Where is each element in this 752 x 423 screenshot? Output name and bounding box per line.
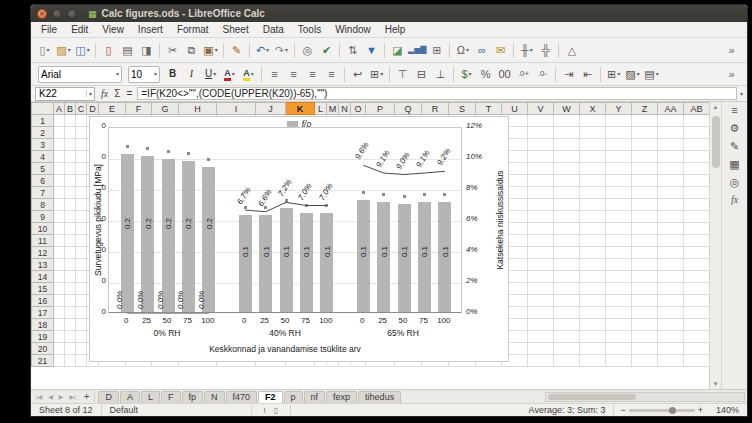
cell-W20[interactable] [554,343,580,355]
cell-V5[interactable] [528,163,554,175]
cell-Z19[interactable] [632,331,658,343]
cell-Z18[interactable] [632,319,658,331]
menu-data[interactable]: Data [256,23,291,36]
cell-Z5[interactable] [632,163,658,175]
cell-Y18[interactable] [606,319,632,331]
cell-Z15[interactable] [632,283,658,295]
cell-A10[interactable] [54,223,65,235]
font-name-combo[interactable]: ▾ [38,66,122,83]
column-header-H[interactable]: H [179,103,217,115]
cell-Y9[interactable] [606,211,632,223]
chevron-down-icon[interactable]: ▾ [213,71,216,77]
prev-sheet-button[interactable]: ◀ [45,393,56,400]
row-header-16[interactable]: 16 [32,295,54,307]
cell-B16[interactable] [65,295,76,307]
paste[interactable]: ▣▾ [202,41,219,59]
first-sheet-button[interactable]: |◀ [33,393,45,400]
horizontal-scrollbar-thumb[interactable] [548,394,636,400]
row-header-3[interactable]: 3 [32,139,54,151]
chevron-down-icon[interactable]: ▾ [232,71,235,77]
open-file[interactable]: ▨▾ [55,41,72,59]
menu-tools[interactable]: Tools [291,23,328,36]
column-header-Q[interactable]: Q [395,103,422,115]
chevron-down-icon[interactable]: ▾ [469,71,472,77]
cell-AA4[interactable] [658,151,684,163]
menu-file[interactable]: File [34,23,64,36]
cell-Z10[interactable] [632,223,658,235]
functions-icon[interactable]: fx [731,195,738,205]
row-header-15[interactable]: 15 [32,283,54,295]
show-draw-functions[interactable]: △ [563,41,580,59]
cell-AA2[interactable] [658,127,684,139]
menu-view[interactable]: View [95,23,131,36]
cell-C12[interactable] [76,247,87,259]
sheet-tab-A[interactable]: A [120,391,140,403]
cell-AB21[interactable] [684,355,710,367]
cell-V6[interactable] [528,175,554,187]
cell-W5[interactable] [554,163,580,175]
cell-C17[interactable] [76,307,87,319]
column-header-R[interactable]: R [422,103,449,115]
cell-B20[interactable] [65,343,76,355]
copy[interactable]: ⧉ [183,41,200,59]
cell-Z3[interactable] [632,139,658,151]
cell-AB11[interactable] [684,235,710,247]
cell-AA6[interactable] [658,175,684,187]
cell-C21[interactable] [76,355,87,367]
borders[interactable]: ⊞▾ [605,65,622,83]
sheet-tab-f470[interactable]: f470 [226,391,258,403]
cell-Z9[interactable] [632,211,658,223]
font-size-input[interactable] [131,68,153,81]
cut[interactable]: ✂ [164,41,181,59]
cell-AB5[interactable] [684,163,710,175]
insert-chart[interactable]: ▂▅▇ [408,41,426,59]
menu-help[interactable]: Help [378,23,413,36]
styles-icon[interactable]: ✎ [730,141,739,152]
cell-B18[interactable] [65,319,76,331]
cell-AB12[interactable] [684,247,710,259]
new-document[interactable]: ▯▾ [36,41,53,59]
bar[interactable] [259,215,272,312]
cell-B5[interactable] [65,163,76,175]
merge-cells[interactable]: ⊞▾ [368,65,385,83]
chevron-down-icon[interactable]: ▾ [86,90,94,97]
cell-C11[interactable] [76,235,87,247]
row-header-1[interactable]: 1 [32,115,54,127]
column-header-AA[interactable]: AA [658,103,684,115]
cell-AA3[interactable] [658,139,684,151]
cell-Z20[interactable] [632,343,658,355]
cell-AB9[interactable] [684,211,710,223]
cell-V10[interactable] [528,223,554,235]
row-header-12[interactable]: 12 [32,247,54,259]
column-header-M[interactable]: M [327,103,339,115]
cell-AA1[interactable] [658,115,684,127]
cell-Y14[interactable] [606,271,632,283]
cell-B19[interactable] [65,331,76,343]
cell-W7[interactable] [554,187,580,199]
cell-AB3[interactable] [684,139,710,151]
cell-C1[interactable] [76,115,87,127]
column-header-G[interactable]: G [152,103,179,115]
cell-AB17[interactable] [684,307,710,319]
freeze-rows-columns[interactable]: ╫▾ [518,41,535,59]
cell-C8[interactable] [76,199,87,211]
column-header-AB[interactable]: AB [684,103,710,115]
cell-A17[interactable] [54,307,65,319]
scroll-up-icon[interactable]: ▲ [713,104,719,110]
insert-comment[interactable]: ✉ [492,41,509,59]
row-header-6[interactable]: 6 [32,175,54,187]
cell-X17[interactable] [580,307,606,319]
sheet-tab-F[interactable]: F [161,391,181,403]
cell-X18[interactable] [580,319,606,331]
zoom-handle[interactable] [669,407,676,414]
cell-A7[interactable] [54,187,65,199]
cell-X10[interactable] [580,223,606,235]
export-pdf[interactable]: ▯ [100,41,117,59]
sheet-tab-F2[interactable]: F2 [258,391,283,403]
cell-X11[interactable] [580,235,606,247]
bar[interactable] [162,159,175,312]
menu-edit[interactable]: Edit [64,23,95,36]
cell-X3[interactable] [580,139,606,151]
cell-A11[interactable] [54,235,65,247]
cell-C4[interactable] [76,151,87,163]
